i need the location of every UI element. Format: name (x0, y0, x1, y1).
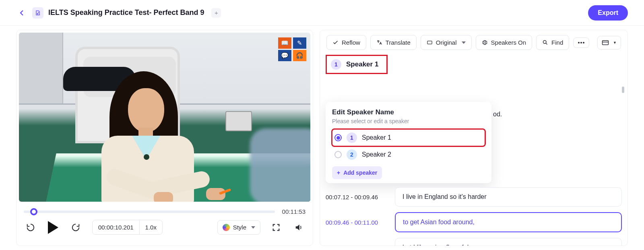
add-speaker-button[interactable]: + Add speaker (332, 166, 382, 179)
timestamp: 00:09.46 - 00:11.00 (326, 219, 388, 226)
play-button[interactable] (46, 221, 60, 234)
transcript-text[interactable]: to get Asian food around, (395, 212, 622, 232)
edit-speaker-popover: Edit Speaker Name Please select or edit … (326, 102, 491, 183)
headphones-icon[interactable]: 🎧 (293, 50, 306, 61)
layout-button[interactable]: ▼ (597, 36, 621, 50)
speaker-option-label: Speaker 1 (362, 134, 391, 141)
transcript-row[interactable]: 00:09.46 - 00:11.00to get Asian food aro… (326, 212, 622, 232)
svg-point-5 (583, 42, 584, 43)
chat-icon[interactable]: 💬 (278, 50, 291, 61)
pen-icon[interactable]: ✎ (293, 37, 306, 49)
timestamp: 00:07.12 - 00:09.46 (326, 194, 388, 200)
transcript-toolbar: Reflow Translate Original Speakers On Fi… (320, 30, 627, 55)
player-controls: 00:00:10.201 1.0x Style (17, 217, 313, 240)
seek-thumb[interactable] (30, 208, 37, 215)
video-duration: 00:11:53 (282, 208, 305, 215)
radio-selected-icon (334, 134, 342, 141)
page-title: IELTS Speaking Practice Test- Perfect Ba… (48, 8, 204, 17)
speakers-button[interactable]: Speakers On (476, 35, 533, 50)
svg-rect-0 (427, 41, 432, 44)
transcript-text[interactable]: but I like spicy, flavorful (395, 238, 622, 246)
overlay-icon-grid: 📖 ✎ 💬 🎧 (278, 37, 306, 61)
speaker-name: Speaker 1 (346, 60, 378, 68)
svg-line-2 (546, 43, 547, 44)
playback-speed[interactable]: 1.0x (139, 220, 162, 234)
chevron-down-icon (251, 226, 255, 229)
chevron-down-icon (462, 41, 466, 44)
radio-unselected-icon (334, 151, 342, 158)
seek-slider[interactable] (24, 211, 275, 213)
more-button[interactable] (573, 37, 589, 48)
popover-hint: Please select or edit a speaker (332, 118, 485, 124)
document-icon (32, 7, 43, 19)
time-display[interactable]: 00:00:10.201 1.0x (92, 220, 163, 235)
find-button[interactable]: Find (536, 35, 569, 50)
export-button[interactable]: Export (588, 5, 628, 21)
translate-button[interactable]: Translate (370, 35, 417, 50)
transcript-panel: Reflow Translate Original Speakers On Fi… (320, 30, 628, 246)
timestamp: 00:11.34 - 00:14.14 (326, 244, 388, 246)
speaker-option-1[interactable]: 1 Speaker 1 (332, 129, 485, 146)
speaker-number-badge: 1 (347, 132, 357, 143)
style-icon (223, 224, 230, 231)
reflow-button[interactable]: Reflow (326, 35, 366, 50)
new-tab-button[interactable]: + (211, 8, 221, 18)
speaker-number-badge: 2 (347, 149, 357, 160)
transcript-fragment: od. (493, 111, 502, 118)
svg-rect-6 (603, 40, 609, 45)
transcript-row[interactable]: 00:11.34 - 00:14.14but I like spicy, fla… (326, 238, 622, 246)
book-icon[interactable]: 📖 (278, 37, 291, 49)
svg-point-4 (580, 42, 582, 43)
forward-button[interactable] (69, 221, 83, 234)
speaker-option-2[interactable]: 2 Speaker 2 (332, 146, 485, 163)
rewind-button[interactable] (24, 221, 37, 234)
back-button[interactable] (16, 7, 27, 19)
transcript-text[interactable]: I live in England so it's harder (395, 187, 622, 207)
speaker-header[interactable]: 1 Speaker 1 (326, 55, 388, 74)
main-split: 📖 ✎ 💬 🎧 00:11:53 00:00:10.201 1.0x (0, 26, 644, 250)
video-panel: 📖 ✎ 💬 🎧 00:11:53 00:00:10.201 1.0x (16, 30, 313, 246)
seek-row: 00:11:53 (17, 202, 313, 217)
speaker-option-label: Speaker 2 (362, 151, 391, 158)
scrollbar[interactable] (622, 87, 624, 93)
original-button[interactable]: Original (421, 35, 472, 50)
top-bar: IELTS Speaking Practice Test- Perfect Ba… (0, 0, 644, 26)
volume-button[interactable] (292, 221, 305, 234)
plus-icon: + (337, 169, 340, 176)
video-frame[interactable]: 📖 ✎ 💬 🎧 (19, 33, 310, 202)
svg-point-3 (578, 42, 580, 43)
fullscreen-button[interactable] (269, 221, 283, 234)
popover-title: Edit Speaker Name (332, 108, 485, 116)
current-time: 00:00:10.201 (93, 220, 139, 234)
style-button[interactable]: Style (217, 220, 260, 235)
speaker-number-badge: 1 (331, 59, 341, 70)
transcript-rows: 00:07.12 - 00:09.46I live in England so … (326, 187, 622, 246)
svg-point-1 (543, 41, 547, 44)
transcript-row[interactable]: 00:07.12 - 00:09.46I live in England so … (326, 187, 622, 207)
